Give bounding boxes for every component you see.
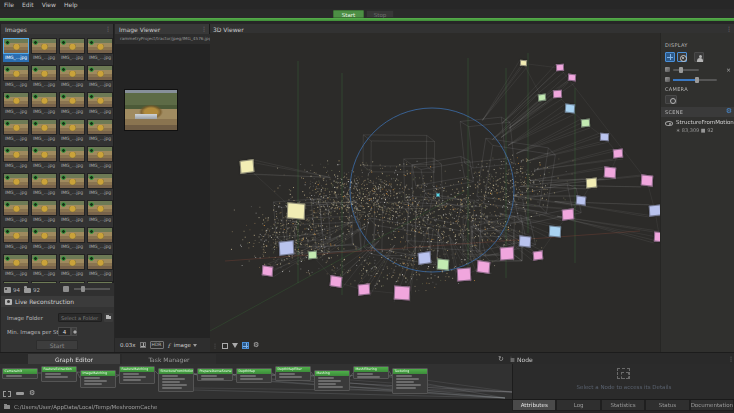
graph-editor-canvas[interactable]: CameraInitFeatureExtractionImageMatching… [0, 364, 512, 399]
filter-icon[interactable] [232, 343, 238, 348]
image-thumbnail[interactable]: IMG_...jpg [87, 65, 114, 91]
graph-node-texturing[interactable]: Texturing [392, 368, 428, 394]
camera-plane[interactable] [279, 240, 295, 256]
tab-documentation[interactable]: Documentation [690, 400, 734, 411]
image-thumbnail[interactable]: IMG_...jpg [3, 173, 30, 199]
camera-plane[interactable] [538, 93, 546, 101]
min-images-input[interactable]: 4 [58, 327, 71, 336]
camera-scale-button[interactable] [694, 52, 704, 62]
camera-plane[interactable] [581, 119, 590, 128]
image-thumbnail[interactable]: IMG_...jpg [31, 92, 58, 118]
grid-display-button[interactable] [665, 52, 675, 62]
camera-plane[interactable] [576, 195, 587, 205]
bounding-box-icon[interactable] [222, 343, 228, 349]
graph-node-featurematching[interactable]: FeatureMatching [119, 366, 155, 384]
graph-node-depthmap[interactable]: DepthMap [236, 368, 272, 383]
image-viewer-menu-icon[interactable]: ⋮ [201, 25, 207, 32]
image-thumbnail[interactable]: IMG_...jpg [59, 200, 86, 226]
tab-attributes[interactable]: Attributes [512, 400, 556, 411]
camera-plane[interactable] [568, 74, 576, 82]
image-thumbnail[interactable]: IMG_...jpg [3, 227, 30, 253]
graph-node-depthmapfilter[interactable]: DepthMapFilter [275, 366, 311, 381]
image-thumbnail[interactable]: IMG_...jpg [59, 38, 86, 64]
graph-node-camerainit[interactable]: CameraInit [2, 368, 38, 379]
camera-plane[interactable] [500, 247, 514, 261]
image-thumbnail[interactable]: IMG_...jpg [31, 38, 58, 64]
image-thumbnail[interactable]: IMG_...jpg [31, 200, 58, 226]
camera-plane[interactable] [553, 90, 562, 99]
image-thumbnail[interactable]: IMG_...jpg [3, 119, 30, 145]
camera-plane[interactable] [520, 60, 527, 67]
fit-view-icon[interactable] [3, 391, 11, 397]
graph-node-featureextraction[interactable]: FeatureExtraction [41, 366, 77, 382]
graph-node-meshfiltering[interactable]: MeshFiltering [353, 366, 389, 379]
graph-node-meshing[interactable]: Meshing [314, 370, 350, 391]
hdr-toggle[interactable]: HDR [150, 341, 164, 349]
image-thumbnail[interactable]: IMG_...jpg [31, 146, 58, 172]
camera-plane[interactable] [565, 103, 575, 113]
image-viewer-canvas[interactable] [115, 44, 210, 338]
image-thumbnail[interactable]: IMG_...jpg [59, 227, 86, 253]
camera-plane[interactable] [240, 159, 255, 174]
camera-plane[interactable] [562, 208, 575, 220]
camera-size-slider[interactable] [673, 79, 717, 81]
camera-plane[interactable] [436, 193, 440, 197]
start-button[interactable]: Start [333, 10, 364, 18]
camera-plane[interactable] [394, 285, 410, 300]
image-thumbnail[interactable]: IMG_...jpg [87, 173, 114, 199]
scene-settings-icon[interactable]: ⚙ [726, 108, 732, 115]
image-thumbnail[interactable]: IMG_...jpg [87, 200, 114, 226]
camera-plane[interactable] [600, 133, 609, 142]
minimap-toggle-icon[interactable] [16, 392, 24, 395]
graph-node-imagematching[interactable]: ImageMatching [80, 370, 116, 388]
gizmo-display-button[interactable] [677, 52, 687, 62]
camera-plane[interactable] [604, 166, 617, 178]
min-images-stepper[interactable] [71, 327, 77, 336]
live-reconstruction-start-button[interactable]: Start [36, 340, 78, 350]
graph-node-preparedensescene[interactable]: PrepareDenseScene [197, 368, 233, 381]
image-thumbnail[interactable]: IMG_...jpg [3, 65, 30, 91]
viewer-settings-icon[interactable]: ⚙ [253, 342, 259, 349]
image-thumbnail[interactable]: IMG_...jpg [87, 146, 114, 172]
camera-plane[interactable] [358, 283, 371, 295]
camera-view-button[interactable] [665, 95, 677, 104]
image-thumbnail[interactable]: IMG_...jpg [87, 38, 114, 64]
camera-plane[interactable] [586, 178, 597, 189]
viewer3d-viewport[interactable]: ⋮ ⚙ [210, 33, 660, 352]
image-thumbnail[interactable]: IMG_...jpg [87, 254, 114, 280]
image-thumbnail[interactable]: IMG_...jpg [59, 173, 86, 199]
graph-settings-icon[interactable]: ⚙ [29, 390, 35, 397]
camera-plane[interactable] [613, 148, 623, 158]
node-panel-menu-icon[interactable]: ⋮ [728, 355, 734, 362]
image-folder-input[interactable]: Select a Folder [58, 313, 102, 322]
camera-plane[interactable] [418, 251, 432, 265]
camera-plane[interactable] [262, 265, 274, 277]
camera-plane[interactable] [457, 267, 472, 281]
stop-button[interactable]: Stop [366, 10, 394, 18]
image-thumbnail[interactable]: IMG_...jpg [59, 119, 86, 145]
image-thumbnail[interactable]: IMG_...jpg [87, 119, 114, 145]
image-thumbnail[interactable]: IMG_...jpg [31, 65, 58, 91]
menu-file[interactable]: File [4, 1, 14, 8]
live-reconstruction-header[interactable]: Live Reconstruction [1, 296, 114, 307]
visibility-eye-icon[interactable] [665, 121, 673, 126]
refresh-icon[interactable]: ↻ [498, 355, 504, 364]
camera-plane[interactable] [533, 250, 544, 260]
camera-plane[interactable] [287, 202, 306, 220]
camera-plane[interactable] [437, 258, 450, 270]
camera-plane[interactable] [308, 251, 317, 260]
grid-toggle-icon[interactable] [242, 342, 249, 349]
exposure-icon[interactable]: f [168, 342, 170, 349]
image-thumbnail[interactable]: IMG_...jpg [3, 254, 30, 280]
point-cloud-canvas[interactable] [210, 33, 660, 352]
tab-log[interactable]: Log [556, 400, 600, 411]
image-thumbnail[interactable]: IMG_...jpg [31, 119, 58, 145]
image-thumbnail[interactable]: IMG_...jpg [59, 92, 86, 118]
image-thumbnail[interactable]: IMG_...jpg [31, 254, 58, 280]
close-icon[interactable]: × [726, 66, 731, 73]
menu-view[interactable]: View [42, 1, 56, 8]
current-image[interactable] [124, 89, 178, 131]
image-thumbnail[interactable]: IMG_...jpg [3, 146, 30, 172]
image-thumbnail[interactable]: IMG_...jpg [3, 200, 30, 226]
image-thumbnail[interactable]: IMG_...jpg [87, 92, 114, 118]
